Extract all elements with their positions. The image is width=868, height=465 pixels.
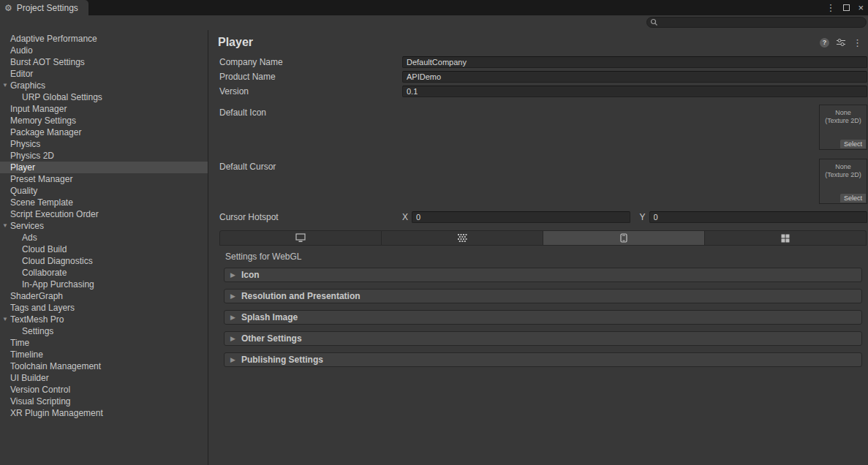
default-cursor-select-button[interactable]: Select	[840, 194, 866, 203]
sidebar-item-adaptive-performance[interactable]: Adaptive Performance	[0, 33, 208, 45]
section-header-splash-image[interactable]: ▶Splash Image	[224, 310, 862, 325]
version-input[interactable]	[402, 86, 867, 97]
sidebar-item-label: Cloud Build	[22, 244, 67, 254]
company-name-input[interactable]	[402, 56, 867, 68]
sidebar-item-editor[interactable]: Editor	[0, 68, 208, 80]
version-label: Version	[219, 86, 402, 97]
more-options-icon[interactable]: ⋮	[853, 38, 862, 48]
sidebar-item-label: Package Manager	[10, 127, 81, 137]
section-header-icon[interactable]: ▶Icon	[224, 268, 862, 282]
default-icon-label: Default Icon	[219, 105, 402, 118]
sidebar-item-package-manager[interactable]: Package Manager	[0, 126, 208, 138]
sidebar-item-scene-template[interactable]: Scene Template	[0, 197, 208, 208]
sidebar-item-label: Adaptive Performance	[10, 34, 97, 44]
sidebar-item-label: Preset Manager	[10, 174, 72, 184]
sidebar-item-settings[interactable]: Settings	[0, 325, 208, 337]
section-header-resolution-and-presentation[interactable]: ▶Resolution and Presentation	[224, 289, 862, 303]
sidebar-item-label: XR Plugin Management	[10, 408, 103, 418]
grid-icon	[458, 234, 467, 242]
sidebar-item-graphics[interactable]: ▼Graphics	[0, 80, 208, 91]
sidebar-item-label: Timeline	[10, 349, 43, 360]
section-label: Publishing Settings	[241, 355, 323, 365]
sidebar-item-cloud-diagnostics[interactable]: Cloud Diagnostics	[0, 255, 208, 267]
foldout-open-icon[interactable]: ▼	[1, 220, 9, 232]
close-icon[interactable]: ×	[858, 2, 864, 13]
sidebar-item-services[interactable]: ▼Services	[0, 220, 208, 232]
sidebar-item-label: Physics 2D	[10, 151, 54, 161]
sidebar-item-label: Time	[10, 338, 29, 348]
toolbar	[0, 15, 868, 30]
platform-tab-ios[interactable]	[382, 230, 543, 246]
platform-tab-standalone[interactable]	[219, 230, 382, 246]
sidebar-item-label: Graphics	[10, 80, 45, 91]
sidebar-item-in-app-purchasing[interactable]: In-App Purchasing	[0, 279, 208, 290]
platform-tab-windows[interactable]	[705, 230, 867, 246]
settings-for-platform-label: Settings for WebGL	[225, 252, 868, 262]
sidebar-item-urp-global-settings[interactable]: URP Global Settings	[0, 91, 208, 103]
section-header-publishing-settings[interactable]: ▶Publishing Settings	[224, 352, 862, 367]
default-icon-row: Default Icon None (Texture 2D) Select	[209, 105, 868, 153]
sidebar-item-tags-and-layers[interactable]: Tags and Layers	[0, 302, 208, 314]
sidebar-item-memory-settings[interactable]: Memory Settings	[0, 115, 208, 126]
hotspot-y-input[interactable]	[649, 211, 867, 223]
sidebar-item-visual-scripting[interactable]: Visual Scripting	[0, 396, 208, 407]
sidebar-item-input-manager[interactable]: Input Manager	[0, 103, 208, 115]
sidebar-item-label: Memory Settings	[10, 116, 76, 126]
sidebar-item-physics[interactable]: Physics	[0, 138, 208, 150]
default-cursor-value: None	[820, 163, 867, 171]
sidebar-item-toolchain-management[interactable]: Toolchain Management	[0, 360, 208, 372]
section-label: Other Settings	[241, 333, 302, 344]
sidebar-item-audio[interactable]: Audio	[0, 45, 208, 56]
sidebar-item-script-execution-order[interactable]: Script Execution Order	[0, 208, 208, 220]
search-input[interactable]	[658, 18, 863, 27]
foldout-closed-icon: ▶	[230, 314, 235, 321]
product-name-input[interactable]	[402, 71, 867, 83]
sidebar-item-ads[interactable]: Ads	[0, 232, 208, 243]
sidebar-item-cloud-build[interactable]: Cloud Build	[0, 243, 208, 255]
sidebar-item-physics-2d[interactable]: Physics 2D	[0, 150, 208, 162]
platform-tab-webgl[interactable]	[543, 230, 705, 246]
sidebar-item-label: Physics	[10, 139, 40, 149]
sidebar-list: Adaptive PerformanceAudioBurst AOT Setti…	[0, 33, 208, 419]
sidebar-item-xr-plugin-management[interactable]: XR Plugin Management	[0, 407, 208, 419]
search-box[interactable]	[646, 17, 867, 28]
sidebar-item-label: ShaderGraph	[10, 291, 63, 301]
default-cursor-object-field[interactable]: None (Texture 2D) Select	[819, 159, 867, 204]
maximize-icon[interactable]	[843, 4, 850, 11]
default-icon-object-field[interactable]: None (Texture 2D) Select	[819, 105, 867, 150]
sidebar-item-player[interactable]: Player	[0, 162, 208, 173]
sidebar-item-time[interactable]: Time	[0, 337, 208, 349]
sidebar-item-preset-manager[interactable]: Preset Manager	[0, 173, 208, 185]
section-label: Splash Image	[241, 312, 298, 322]
window-tab-title: Project Settings	[17, 3, 78, 13]
section-header-other-settings[interactable]: ▶Other Settings	[224, 331, 862, 346]
hotspot-y-label: Y	[640, 212, 646, 222]
sidebar-item-quality[interactable]: Quality	[0, 185, 208, 197]
sidebar-item-label: Services	[10, 221, 44, 231]
window-tab-project-settings[interactable]: ⚙ Project Settings	[0, 0, 88, 15]
sidebar-item-timeline[interactable]: Timeline	[0, 349, 208, 360]
sidebar-item-textmesh-pro[interactable]: ▼TextMesh Pro	[0, 314, 208, 325]
sidebar-item-ui-builder[interactable]: UI Builder	[0, 372, 208, 384]
presets-icon[interactable]	[836, 38, 846, 47]
default-icon-select-button[interactable]: Select	[840, 140, 866, 148]
foldout-open-icon[interactable]: ▼	[1, 80, 9, 91]
sidebar-item-collaborate[interactable]: Collaborate	[0, 267, 208, 279]
section-label: Icon	[241, 270, 260, 280]
version-row: Version	[209, 84, 868, 99]
foldout-closed-icon: ▶	[230, 357, 235, 363]
default-icon-value: None	[820, 109, 867, 117]
cursor-hotspot-row: Cursor Hotspot X Y	[209, 210, 868, 224]
window-menu-icon[interactable]: ⋮	[826, 3, 835, 12]
product-name-row: Product Name	[209, 69, 868, 84]
sidebar-item-burst-aot-settings[interactable]: Burst AOT Settings	[0, 56, 208, 68]
default-cursor-label: Default Cursor	[219, 159, 402, 172]
sidebar-item-label: Collaborate	[22, 268, 67, 278]
window-titlebar: ⚙ Project Settings ⋮ ×	[0, 0, 868, 15]
help-icon[interactable]: ?	[820, 38, 829, 48]
sidebar-item-version-control[interactable]: Version Control	[0, 384, 208, 396]
hotspot-x-input[interactable]	[412, 211, 630, 223]
sidebar-item-label: TextMesh Pro	[10, 314, 64, 325]
sidebar-item-shadergraph[interactable]: ShaderGraph	[0, 290, 208, 302]
foldout-open-icon[interactable]: ▼	[1, 314, 9, 325]
